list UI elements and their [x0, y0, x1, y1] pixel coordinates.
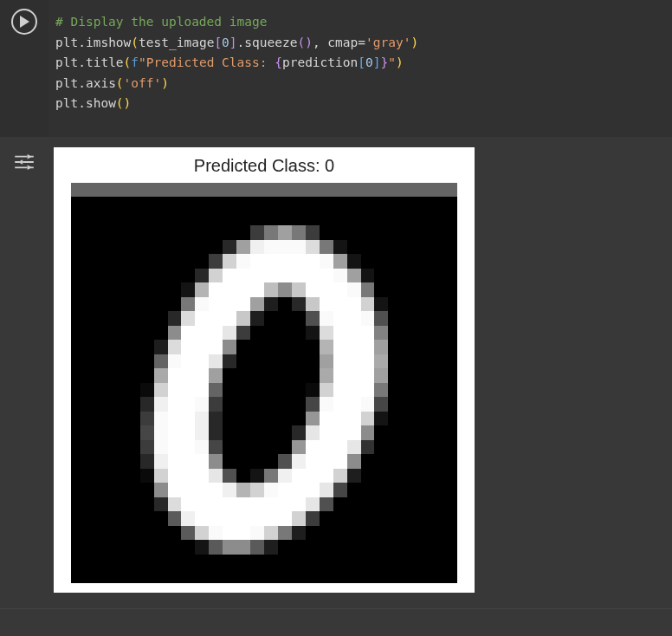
mnist-image	[71, 183, 457, 583]
tok: .	[78, 36, 86, 49]
tok: [	[358, 55, 365, 69]
tok: axis	[86, 76, 116, 90]
tok: plt	[55, 55, 78, 69]
matplotlib-figure: Predicted Class: 0	[54, 147, 475, 593]
tok: plt	[55, 96, 78, 110]
code-comment: # Display the uploaded image	[55, 15, 267, 29]
notebook-cell: # Display the uploaded image plt.imshow(…	[0, 0, 672, 609]
tok: prediction	[282, 55, 358, 69]
output-settings-icon[interactable]	[15, 154, 34, 170]
tok: f	[131, 55, 139, 69]
output-cell: Predicted Class: 0	[0, 142, 672, 609]
svg-marker-2	[18, 159, 23, 164]
tok: ]	[229, 36, 237, 49]
tok: =	[358, 36, 365, 49]
tok: .	[78, 76, 86, 90]
tok: 0	[365, 55, 373, 69]
tok: .	[237, 36, 245, 49]
output-gutter	[0, 142, 48, 598]
tok: ,	[313, 36, 327, 49]
output-area: Predicted Class: 0	[48, 142, 475, 598]
tok: )	[396, 55, 404, 69]
code-gutter	[0, 0, 48, 137]
tok: )	[161, 76, 169, 90]
tok: 0	[222, 36, 229, 49]
tok: cmap	[327, 36, 358, 49]
svg-marker-0	[20, 16, 29, 28]
tok: 'gray'	[365, 36, 410, 49]
code-cell: # Display the uploaded image plt.imshow(…	[0, 0, 672, 137]
tok: )	[410, 36, 418, 49]
tok: )	[124, 96, 132, 110]
svg-marker-1	[28, 154, 32, 159]
tok: )	[305, 36, 313, 49]
figure-title: Predicted Class: 0	[194, 156, 334, 176]
tok: plt	[55, 76, 78, 90]
tok: title	[86, 55, 124, 69]
tok: "	[139, 55, 146, 69]
run-button[interactable]	[11, 9, 37, 35]
tok: 'off'	[124, 76, 162, 90]
tok: squeeze	[244, 36, 297, 49]
tok: Predicted Class:	[146, 55, 275, 69]
tok: (	[116, 76, 124, 90]
tok: (	[297, 36, 305, 49]
play-icon	[19, 16, 29, 28]
tok: [	[214, 36, 222, 49]
tok: (	[116, 96, 124, 110]
tok: imshow	[86, 36, 131, 49]
tok: .	[78, 55, 86, 69]
tok: "	[388, 55, 396, 69]
tok: test_image	[139, 36, 214, 49]
svg-marker-3	[28, 165, 32, 169]
tok: {	[275, 55, 282, 69]
tok: (	[131, 36, 139, 49]
tok: }	[380, 55, 388, 69]
code-editor[interactable]: # Display the uploaded image plt.imshow(…	[48, 0, 672, 137]
tok: .	[78, 96, 86, 110]
tok: show	[86, 96, 116, 110]
tok: plt	[55, 36, 78, 49]
